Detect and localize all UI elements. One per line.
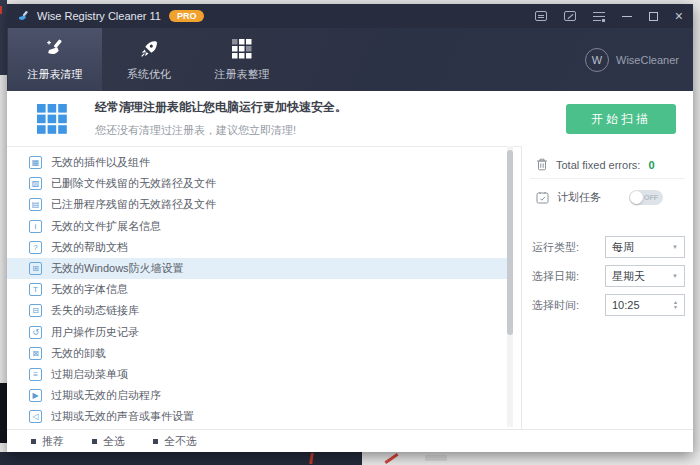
spinner-arrows-icon[interactable]: ▲ ▼ bbox=[673, 300, 678, 310]
fixed-errors-value: 0 bbox=[648, 159, 654, 171]
list-item[interactable]: ⊞无效的Windows防火墙设置 bbox=[7, 258, 507, 279]
schedule-label: 计划任务 bbox=[557, 190, 601, 205]
pro-badge: PRO bbox=[169, 10, 205, 22]
list-item[interactable]: i无效的文件扩展名信息 bbox=[7, 216, 507, 237]
screen: Wise Registry Cleaner 11 PRO × bbox=[0, 0, 700, 465]
list-item[interactable]: ?无效的帮助文档 bbox=[7, 237, 507, 258]
tab-registry-cleanup[interactable]: 注册表清理 bbox=[8, 28, 102, 91]
list-item[interactable]: ◁过期或无效的声音或事件设置 bbox=[7, 406, 507, 427]
start-menu-icon: ≡ bbox=[29, 368, 42, 381]
list-item-label: 无效的帮助文档 bbox=[51, 240, 128, 255]
list-item[interactable]: T无效的字体信息 bbox=[7, 279, 507, 300]
maximize-button[interactable] bbox=[649, 12, 658, 21]
bullet-icon bbox=[92, 439, 97, 444]
file-extension-icon: i bbox=[29, 220, 42, 233]
firewall-icon: ⊞ bbox=[29, 262, 42, 275]
time-spinner-value: 10:25 bbox=[612, 299, 640, 311]
list-item-label: 过期或无效的启动程序 bbox=[51, 388, 161, 403]
panel-separator bbox=[530, 178, 685, 179]
grid-tiles-icon bbox=[37, 104, 67, 134]
select-all-button[interactable]: 全选 bbox=[92, 434, 125, 449]
tab-system-tuneup[interactable]: 系统优化 bbox=[104, 28, 194, 91]
menu-icon[interactable] bbox=[593, 12, 605, 21]
select-recommended-button[interactable]: 推荐 bbox=[31, 434, 64, 449]
dll-icon: ⊟ bbox=[29, 304, 42, 317]
sound-event-icon: ◁ bbox=[29, 410, 42, 423]
registry-list: ▦无效的插件以及组件▨已删除文件残留的无效路径及文件▤已注册程序残留的无效路径及… bbox=[7, 146, 507, 429]
edit-icon[interactable] bbox=[564, 11, 576, 21]
list-item-label: 无效的文件扩展名信息 bbox=[51, 219, 161, 234]
background-window-strip bbox=[362, 452, 700, 465]
list-item-label: 无效的卸载 bbox=[51, 346, 106, 361]
startup-program-icon: ▶ bbox=[29, 389, 42, 402]
titlebar[interactable]: Wise Registry Cleaner 11 PRO × bbox=[7, 4, 693, 28]
history-icon: ↺ bbox=[29, 326, 42, 339]
banner-headline: 经常清理注册表能让您电脑运行更加快速安全。 bbox=[95, 99, 347, 116]
list-item-label: 过期启动菜单项 bbox=[51, 367, 128, 382]
banner-subline: 您还没有清理过注册表，建议您立即清理! bbox=[95, 123, 347, 138]
brand-logo: W WiseCleaner bbox=[585, 28, 679, 91]
run-type-label: 运行类型: bbox=[532, 240, 579, 255]
day-select-label: 选择日期: bbox=[532, 269, 579, 284]
schedule-toggle[interactable]: OFF bbox=[629, 190, 663, 205]
deleted-file-icon: ▨ bbox=[29, 177, 42, 190]
list-item-label: 无效的插件以及组件 bbox=[51, 155, 150, 170]
select-none-button[interactable]: 全不选 bbox=[153, 434, 197, 449]
nav-tabbar: 注册表清理 系统优化 注册表整理 W bbox=[7, 28, 693, 91]
registered-program-icon: ▤ bbox=[29, 198, 42, 211]
time-spinner[interactable]: 10:25 ▲ ▼ bbox=[605, 294, 685, 316]
list-item-label: 用户操作历史记录 bbox=[51, 325, 139, 340]
list-item-label: 无效的Windows防火墙设置 bbox=[51, 261, 184, 276]
toggle-knob bbox=[630, 191, 643, 204]
background-fragment bbox=[0, 6, 2, 14]
bullet-icon bbox=[153, 439, 158, 444]
tab-label: 系统优化 bbox=[127, 67, 171, 82]
chevron-down-icon: ▼ bbox=[672, 244, 678, 250]
help-doc-icon: ? bbox=[29, 241, 42, 254]
close-button[interactable]: × bbox=[675, 11, 683, 21]
uninstall-icon: ⊠ bbox=[29, 347, 42, 360]
list-item[interactable]: ▶过期或无效的启动程序 bbox=[7, 385, 507, 406]
tab-label: 注册表清理 bbox=[28, 67, 83, 82]
fixed-errors-label: Total fixed errors: bbox=[556, 159, 640, 171]
feedback-icon[interactable] bbox=[535, 11, 547, 21]
start-scan-button[interactable]: 开始扫描 bbox=[566, 104, 676, 134]
list-item-label: 过期或无效的声音或事件设置 bbox=[51, 409, 194, 424]
option-label: 全选 bbox=[103, 434, 125, 449]
info-banner: 经常清理注册表能让您电脑运行更加快速安全。 您还没有清理过注册表，建议您立即清理… bbox=[7, 91, 693, 147]
list-item[interactable]: ▦无效的插件以及组件 bbox=[7, 152, 507, 173]
background-fragment bbox=[425, 455, 447, 461]
list-item[interactable]: ⊟丢失的动态链接库 bbox=[7, 300, 507, 321]
list-item[interactable]: ▤已注册程序残留的无效路径及文件 bbox=[7, 194, 507, 215]
rocket-icon bbox=[138, 38, 160, 60]
tab-registry-defrag[interactable]: 注册表整理 bbox=[197, 28, 287, 91]
bullet-icon bbox=[31, 439, 36, 444]
run-type-select[interactable]: 每周 ▼ bbox=[605, 236, 685, 258]
list-item[interactable]: ≡过期启动菜单项 bbox=[7, 364, 507, 385]
scrollbar-thumb[interactable] bbox=[507, 150, 513, 335]
background-fragment bbox=[0, 383, 7, 443]
list-item-label: 已删除文件残留的无效路径及文件 bbox=[51, 176, 216, 191]
list-item[interactable]: ↺用户操作历史记录 bbox=[7, 322, 507, 343]
trash-icon bbox=[536, 158, 548, 171]
app-logo-icon bbox=[17, 10, 30, 23]
minimize-button[interactable] bbox=[622, 16, 632, 17]
list-item[interactable]: ⊠无效的卸载 bbox=[7, 343, 507, 364]
list-item-label: 丢失的动态链接库 bbox=[51, 303, 139, 318]
schedule-icon bbox=[536, 191, 549, 204]
option-label: 推荐 bbox=[42, 434, 64, 449]
brush-icon bbox=[44, 38, 66, 60]
list-item[interactable]: ▨已删除文件残留的无效路径及文件 bbox=[7, 173, 507, 194]
window-title: Wise Registry Cleaner 11 bbox=[37, 10, 161, 22]
list-item-label: 已注册程序残留的无效路径及文件 bbox=[51, 197, 216, 212]
run-type-value: 每周 bbox=[612, 240, 634, 255]
option-label: 全不选 bbox=[164, 434, 197, 449]
toggle-state-label: OFF bbox=[644, 194, 658, 201]
list-item-label: 无效的字体信息 bbox=[51, 282, 128, 297]
tab-label: 注册表整理 bbox=[215, 67, 270, 82]
app-window: Wise Registry Cleaner 11 PRO × bbox=[7, 4, 693, 452]
brand-name: WiseCleaner bbox=[616, 54, 679, 66]
side-panel: Total fixed errors: 0 计划任务 OFF 运行类型: 每周 bbox=[522, 146, 693, 429]
day-select[interactable]: 星期天 ▼ bbox=[605, 265, 685, 287]
day-select-value: 星期天 bbox=[612, 269, 645, 284]
